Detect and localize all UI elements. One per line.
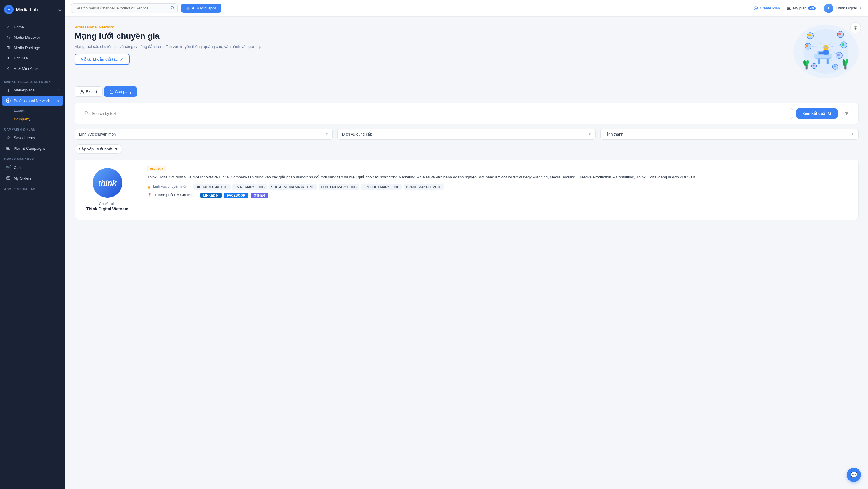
page-title: Mạng lưới chuyên gia — [74, 31, 261, 41]
sidebar-item-home[interactable]: ⌂ Home — [2, 22, 63, 32]
company-description: Think Digital với định vị là một Innovat… — [147, 174, 851, 180]
svg-point-41 — [834, 65, 836, 67]
filter-search-icon — [84, 111, 89, 116]
create-plan-button[interactable]: Create Plan — [754, 6, 780, 10]
dropdown-linh-vuc[interactable]: Lĩnh vực chuyên môn ▼ — [74, 129, 333, 140]
sidebar-item-media-discover[interactable]: ◎ Media Discover › — [2, 32, 63, 42]
platform-facebook: FACEBOOK — [224, 193, 248, 198]
plan-count-badge: 40 — [808, 6, 815, 10]
location-icon: 📍 — [147, 193, 152, 197]
dropdown-tinh-thanh[interactable]: Tỉnh thành ▼ — [600, 129, 859, 140]
media-package-icon: ⊞ — [6, 45, 11, 50]
platform-other: OTHER — [251, 193, 268, 198]
user-dropdown-arrow[interactable]: ▼ — [859, 6, 862, 10]
sidebar-item-plan-campaigns[interactable]: Plan & Campaigns › — [2, 143, 63, 153]
my-orders-icon — [6, 176, 11, 181]
section-campaign-label: CAMPAIGN & PLAN — [0, 124, 65, 132]
svg-rect-56 — [110, 91, 113, 93]
company-card-left: think Chuyên gia Think Digital Vietnam — [75, 160, 140, 220]
location-row: 📍 Thành phố Hồ Chí Minh LINKEDIN FACEBOO… — [147, 193, 851, 198]
filter-icon-button[interactable] — [841, 108, 852, 119]
header-illustration — [794, 25, 859, 78]
svg-point-35 — [837, 54, 840, 56]
topbar: AI & Mini apps Create Plan My plan 40 T … — [65, 0, 868, 17]
sidebar-item-label: AI & Mini Apps — [13, 66, 59, 71]
sidebar-item-ai-mini-apps[interactable]: ✧ AI & Mini Apps — [2, 63, 63, 73]
sidebar-sub-expert[interactable]: Expert — [2, 106, 63, 115]
sidebar-item-label: Marketplace — [13, 88, 55, 92]
chevron-down-icon: ▼ — [588, 132, 591, 136]
page-description: Mạng lưới các chuyên gia và công ty hàng… — [74, 44, 261, 50]
company-card-right: AGENCY Think Digital với định vị là một … — [140, 160, 858, 220]
dropdown-dich-vu[interactable]: Dịch vụ cung cấp ▼ — [338, 129, 596, 140]
sidebar-item-label: Professional Network — [13, 98, 54, 103]
tag-social-media-marketing: SOCIAL MEDIA MARKETING — [269, 184, 317, 190]
chat-bubble-button[interactable]: 💬 — [847, 468, 861, 482]
cart-icon: 🛒 — [6, 165, 11, 170]
settings-button[interactable] — [850, 23, 861, 33]
sidebar: Media Lab « ⌂ Home ◎ Media Discover › ⊞ … — [0, 0, 65, 489]
saved-items-icon: ☆ — [6, 135, 11, 140]
breadcrumb: Professional Network — [74, 25, 261, 29]
crown-icon: ♛ — [147, 185, 151, 189]
agency-badge: AGENCY — [147, 166, 166, 172]
sidebar-item-label: Hot Deal — [13, 56, 59, 60]
tab-expert[interactable]: Expert — [74, 86, 103, 97]
chevron-down-icon: ▼ — [851, 132, 854, 136]
page-header-left: Professional Network Mạng lưới chuyên gi… — [74, 25, 261, 65]
search-filter-card: Xem kết quả — [74, 103, 859, 124]
tag-brand-management: BRAND MANAGEMENT — [404, 184, 444, 190]
svg-point-31 — [838, 33, 841, 35]
home-icon: ⌂ — [6, 25, 11, 29]
expertise-tags: DIGITAL MARKETING EMAIL MARKETING SOCIAL… — [193, 184, 444, 190]
my-plan-button[interactable]: My plan 40 — [787, 6, 815, 10]
chevron-down-icon: ▼ — [326, 132, 328, 136]
tab-company[interactable]: Company — [104, 86, 137, 97]
svg-point-29 — [808, 34, 811, 36]
logo: Media Lab — [4, 5, 38, 14]
sidebar-item-media-package[interactable]: ⊞ Media Package — [2, 42, 63, 53]
sidebar-item-label: Cart — [13, 165, 59, 170]
section-order-label: ORDER MANAGER — [0, 154, 65, 162]
chat-icon: 💬 — [850, 471, 858, 478]
search-bar — [71, 3, 178, 13]
avatar: T — [824, 4, 833, 13]
sidebar-item-label: Home — [13, 25, 59, 29]
sidebar-item-label: My Orders — [13, 176, 59, 181]
tag-email-marketing: EMAIL MARKETING — [232, 184, 267, 190]
expertise-label: Lĩnh vực chuyên môn — [153, 184, 189, 188]
sidebar-item-professional-network[interactable]: Professional Network ∨ — [2, 96, 63, 106]
sidebar-item-my-orders[interactable]: My Orders — [2, 173, 63, 183]
main-content: AI & Mini apps Create Plan My plan 40 T … — [65, 0, 868, 489]
professional-network-icon — [6, 98, 11, 103]
sidebar-item-marketplace[interactable]: ◫ Marketplace › — [2, 85, 63, 95]
user-name: Think Digital — [836, 6, 857, 10]
svg-point-33 — [842, 43, 844, 46]
plan-campaigns-icon — [6, 146, 11, 151]
svg-line-58 — [87, 114, 88, 115]
sidebar-item-cart[interactable]: 🛒 Cart — [2, 162, 63, 173]
sidebar-item-saved-items[interactable]: ☆ Saved Items — [2, 132, 63, 143]
search-input[interactable] — [71, 3, 178, 13]
search-row: Xem kết quả — [81, 108, 852, 119]
media-discover-icon: ◎ — [6, 35, 11, 40]
company-card: think Chuyên gia Think Digital Vietnam A… — [74, 159, 859, 220]
chevron-down-icon: ▼ — [114, 147, 118, 151]
section-marketplace-label: MARKETPLACE & NETWORK — [0, 76, 65, 85]
svg-point-39 — [813, 64, 815, 67]
user-info: T Think Digital ▼ — [824, 4, 862, 13]
ai-mini-apps-button[interactable]: AI & Mini apps — [181, 4, 221, 13]
company-label: Chuyên gia — [99, 202, 116, 206]
search-result-button[interactable]: Xem kết quả — [796, 108, 838, 119]
filter-search-input[interactable] — [81, 108, 793, 119]
sidebar-sub-company[interactable]: Company — [2, 115, 63, 123]
sidebar-item-hot-deal[interactable]: ✦ Hot Deal — [2, 53, 63, 63]
filter-search-wrap — [81, 108, 793, 119]
sort-button[interactable]: Sắp xếp: Mới nhất ▼ — [74, 145, 123, 154]
platform-linkedin: LINKEDIN — [200, 193, 222, 198]
page-body: Professional Network Mạng lưới chuyên gi… — [65, 17, 868, 489]
tag-product-marketing: PRODUCT MARKETING — [361, 184, 402, 190]
open-account-button[interactable]: Mở tài khoản đối tác — [74, 54, 130, 65]
collapse-button[interactable]: « — [58, 7, 61, 12]
search-icon[interactable] — [170, 6, 175, 11]
